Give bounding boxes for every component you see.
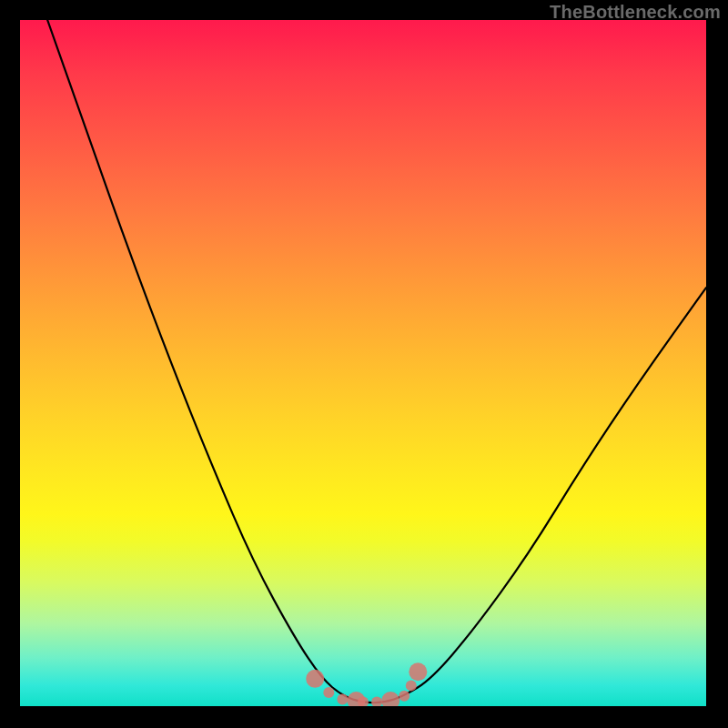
bottom-marker [406, 680, 417, 691]
bottom-marker [306, 670, 324, 688]
bottom-marker [358, 696, 369, 706]
bottom-marker [323, 687, 334, 698]
bottom-marker [409, 662, 427, 681]
bottom-marker-group [306, 662, 427, 706]
bottom-marker [371, 696, 382, 706]
curve-svg [20, 20, 706, 706]
bottleneck-curve [47, 20, 706, 703]
bottom-marker [337, 693, 348, 704]
bottom-marker [381, 692, 399, 706]
bottom-marker [399, 691, 410, 702]
chart-plot-area [20, 20, 706, 706]
bottom-marker [347, 692, 365, 706]
